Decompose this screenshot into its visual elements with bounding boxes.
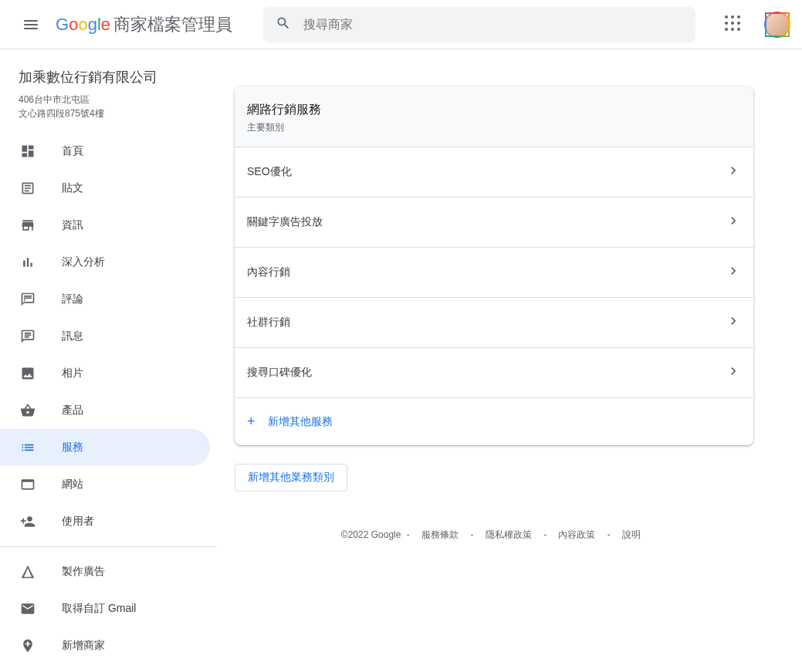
services-card: 網路行銷服務 主要類別 SEO優化 關鍵字廣告投放 內容行銷 社群行銷 搜尋口碑…	[235, 86, 753, 445]
plus-icon: +	[247, 414, 255, 430]
nav-item-users[interactable]: 使用者	[0, 503, 210, 540]
web-icon	[19, 475, 37, 494]
nav-item-website[interactable]: 網站	[0, 466, 210, 503]
ads-icon	[19, 562, 37, 581]
nav-label: 貼文	[62, 181, 83, 195]
nav-label: 訊息	[62, 329, 83, 343]
nav-item-services[interactable]: 服務	[0, 429, 210, 466]
message-icon	[19, 327, 37, 346]
add-category-button[interactable]: 新增其他業務類別	[235, 464, 347, 491]
nav-divider	[0, 546, 216, 547]
product-name: 商家檔案管理員	[113, 13, 232, 36]
service-item[interactable]: SEO優化	[235, 147, 753, 198]
business-name: 加乘數位行銷有限公司	[19, 68, 198, 86]
service-label: 關鍵字廣告投放	[247, 215, 323, 229]
analytics-icon	[19, 253, 37, 272]
nav-item-reviews[interactable]: 評論	[0, 281, 210, 318]
header-right	[716, 6, 790, 43]
service-item[interactable]: 關鍵字廣告投放	[235, 198, 753, 248]
business-address-line1: 406台中市北屯區	[19, 93, 198, 106]
nav-item-photos[interactable]: 相片	[0, 355, 210, 392]
chevron-right-icon	[726, 213, 741, 231]
google-logo: Google	[56, 15, 110, 35]
nav-label: 評論	[62, 292, 83, 306]
search-icon	[276, 15, 291, 34]
footer-link-content[interactable]: 內容政策	[558, 529, 595, 540]
service-label: 社群行銷	[247, 316, 290, 329]
person-add-icon	[19, 512, 37, 531]
card-header: 網路行銷服務 主要類別	[235, 86, 753, 147]
nav-label: 使用者	[62, 515, 94, 528]
nav-list-secondary: 製作廣告 取得自訂 Gmail 新增商家	[0, 553, 216, 664]
post-icon	[19, 179, 37, 198]
header: Google 商家檔案管理員	[0, 0, 802, 49]
add-service-label: 新增其他服務	[268, 415, 333, 429]
add-service-button[interactable]: + 新增其他服務	[235, 398, 753, 445]
footer-link-help[interactable]: 說明	[622, 529, 641, 540]
apps-menu-button[interactable]	[716, 6, 753, 43]
nav-list: 首頁 貼文 資訊 深入分析 評論 訊息	[0, 133, 216, 540]
chevron-right-icon	[726, 313, 741, 332]
nav-item-messages[interactable]: 訊息	[0, 318, 210, 355]
store-icon	[19, 216, 37, 235]
review-icon	[19, 290, 37, 309]
nav-label: 產品	[62, 404, 83, 417]
footer: ©2022 Google - 服務條款 - 隱私權政策 - 內容政策 - 說明	[235, 491, 753, 554]
nav-item-insights[interactable]: 深入分析	[0, 244, 210, 281]
photo-icon	[19, 364, 37, 383]
footer-link-privacy[interactable]: 隱私權政策	[486, 529, 532, 540]
search-box[interactable]	[263, 7, 695, 42]
business-header: 加乘數位行銷有限公司 406台中市北屯區 文心路四段875號4樓	[0, 62, 216, 133]
chevron-right-icon	[726, 363, 741, 382]
nav-item-add-business[interactable]: 新增商家	[0, 627, 210, 664]
chevron-right-icon	[726, 263, 741, 282]
logo[interactable]: Google 商家檔案管理員	[56, 13, 232, 36]
sidebar: 加乘數位行銷有限公司 406台中市北屯區 文心路四段875號4樓 首頁 貼文 資…	[0, 49, 216, 672]
nav-label: 首頁	[62, 144, 83, 158]
dashboard-icon	[19, 142, 37, 160]
nav-item-posts[interactable]: 貼文	[0, 170, 210, 207]
copyright: ©2022 Google	[341, 529, 401, 540]
service-label: SEO優化	[247, 165, 292, 179]
card-title: 網路行銷服務	[247, 102, 741, 118]
nav-label: 網站	[62, 478, 83, 491]
chevron-right-icon	[726, 163, 741, 181]
nav-item-home[interactable]: 首頁	[0, 133, 210, 170]
nav-item-products[interactable]: 產品	[0, 392, 210, 429]
nav-item-gmail[interactable]: 取得自訂 Gmail	[0, 590, 210, 627]
nav-label: 製作廣告	[62, 565, 105, 579]
add-location-icon	[19, 637, 37, 655]
service-item[interactable]: 社群行銷	[235, 298, 753, 348]
service-item[interactable]: 內容行銷	[235, 248, 753, 298]
basket-icon	[19, 401, 37, 420]
nav-label: 相片	[62, 366, 83, 380]
nav-label: 深入分析	[62, 255, 105, 269]
user-avatar[interactable]	[765, 12, 790, 37]
business-address-line2: 文心路四段875號4樓	[19, 106, 198, 120]
list-icon	[19, 438, 37, 457]
nav-label: 資訊	[62, 218, 83, 232]
service-label: 搜尋口碑優化	[247, 366, 312, 380]
nav-label: 新增商家	[62, 639, 105, 653]
nav-label: 服務	[62, 441, 83, 454]
nav-item-ads[interactable]: 製作廣告	[0, 553, 210, 590]
main-content: 網路行銷服務 主要類別 SEO優化 關鍵字廣告投放 內容行銷 社群行銷 搜尋口碑…	[216, 49, 802, 672]
footer-link-terms[interactable]: 服務條款	[421, 529, 459, 540]
menu-button[interactable]	[12, 6, 49, 43]
service-item[interactable]: 搜尋口碑優化	[235, 348, 753, 398]
nav-label: 取得自訂 Gmail	[62, 602, 136, 616]
service-label: 內容行銷	[247, 265, 290, 279]
hamburger-icon	[24, 20, 38, 29]
search-input[interactable]	[303, 18, 683, 32]
nav-item-info[interactable]: 資訊	[0, 207, 210, 244]
card-subtitle: 主要類別	[247, 121, 741, 134]
gmail-icon	[19, 599, 37, 618]
